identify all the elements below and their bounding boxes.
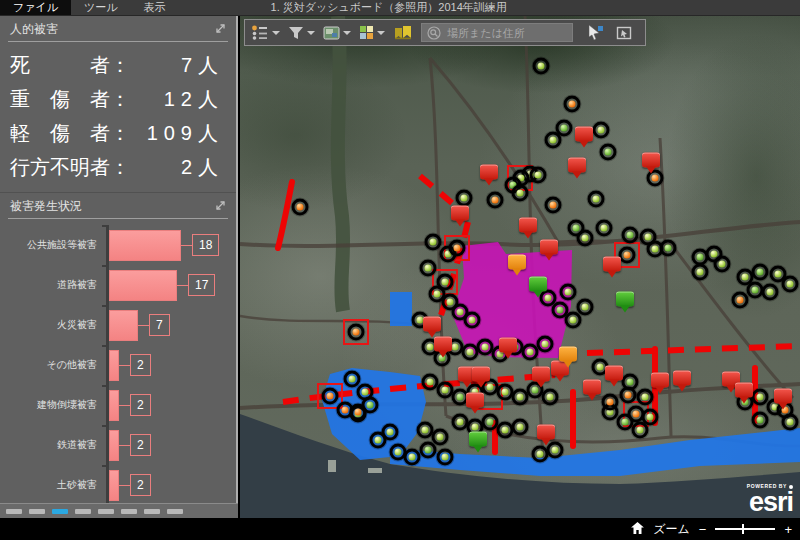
marker-incident-minor[interactable]: [512, 185, 529, 202]
marker-incident-resolved[interactable]: [556, 120, 573, 137]
marker-incident-minor[interactable]: [762, 284, 779, 301]
zoom-in-button[interactable]: +: [784, 523, 792, 536]
marker-incident-minor[interactable]: [512, 419, 529, 436]
marker-incident-severe[interactable]: [449, 240, 466, 257]
pagination-dash[interactable]: [6, 509, 22, 514]
marker-pin-red[interactable]: [537, 425, 555, 440]
marker-incident-minor[interactable]: [404, 449, 421, 466]
marker-pin-red[interactable]: [583, 380, 601, 395]
bar[interactable]: [109, 230, 181, 261]
marker-incident-minor[interactable]: [752, 389, 769, 406]
marker-incident-minor[interactable]: [437, 449, 454, 466]
marker-incident-resolved[interactable]: [622, 227, 639, 244]
marker-pin-red[interactable]: [575, 127, 593, 142]
marker-incident-minor[interactable]: [782, 276, 799, 293]
marker-incident-minor[interactable]: [577, 230, 594, 247]
marker-pin-orange[interactable]: [508, 255, 526, 270]
legend-tool[interactable]: [251, 25, 280, 41]
bar[interactable]: [109, 350, 119, 381]
marker-incident-warning[interactable]: [620, 387, 637, 404]
marker-pin-red[interactable]: [568, 158, 586, 173]
marker-incident-minor[interactable]: [593, 122, 610, 139]
pagination-dash[interactable]: [121, 509, 137, 514]
marker-pin-red[interactable]: [499, 338, 517, 353]
marker-incident-minor[interactable]: [637, 389, 654, 406]
marker-incident-resolved[interactable]: [600, 144, 617, 161]
marker-incident-minor[interactable]: [425, 234, 442, 251]
marker-incident-minor[interactable]: [420, 260, 437, 277]
bar[interactable]: [109, 390, 119, 421]
marker-incident-severe[interactable]: [348, 324, 365, 341]
marker-pin-orange[interactable]: [559, 347, 577, 362]
marker-pin-red[interactable]: [451, 206, 469, 221]
marker-incident-minor[interactable]: [692, 264, 709, 281]
marker-incident-severe[interactable]: [322, 388, 339, 405]
marker-pin-red[interactable]: [532, 367, 550, 382]
marker-incident-warning[interactable]: [564, 96, 581, 113]
bar[interactable]: [109, 310, 138, 341]
marker-incident-severe[interactable]: [350, 404, 367, 421]
marker-incident-severe[interactable]: [487, 192, 504, 209]
marker-incident-severe[interactable]: [628, 406, 645, 423]
menu-item-tools[interactable]: ツール: [71, 0, 131, 15]
pagination-dash[interactable]: [144, 509, 160, 514]
marker-incident-minor[interactable]: [344, 371, 361, 388]
zoom-slider[interactable]: [715, 528, 775, 530]
marker-incident-minor[interactable]: [714, 256, 731, 273]
menu-item-view[interactable]: 表示: [131, 0, 179, 15]
marker-incident-severe[interactable]: [602, 394, 619, 411]
pagination-dash[interactable]: [52, 509, 68, 514]
search-input[interactable]: [445, 26, 567, 40]
expand-icon[interactable]: [215, 23, 226, 37]
marker-incident-resolved[interactable]: [660, 240, 677, 257]
marker-incident-severe[interactable]: [545, 197, 562, 214]
bar[interactable]: [109, 270, 177, 301]
marker-incident-minor[interactable]: [533, 58, 550, 75]
marker-incident-minor[interactable]: [530, 167, 547, 184]
marker-pin-red[interactable]: [605, 366, 623, 381]
marker-incident-resolved[interactable]: [420, 442, 437, 459]
marker-incident-minor[interactable]: [464, 312, 481, 329]
zoom-slider-handle[interactable]: [742, 524, 744, 534]
marker-incident-minor[interactable]: [632, 422, 649, 439]
marker-pin-red[interactable]: [673, 371, 691, 386]
marker-incident-minor[interactable]: [370, 432, 387, 449]
marker-pin-red[interactable]: [540, 240, 558, 255]
marker-incident-minor[interactable]: [596, 220, 613, 237]
select-rectangle-tool[interactable]: [616, 26, 632, 40]
marker-pin-green[interactable]: [469, 432, 487, 447]
filter-tool[interactable]: [288, 26, 315, 40]
marker-pin-red[interactable]: [642, 153, 660, 168]
marker-incident-minor[interactable]: [456, 190, 473, 207]
marker-incident-resolved[interactable]: [752, 412, 769, 429]
zoom-out-button[interactable]: −: [699, 523, 707, 536]
marker-pin-green[interactable]: [529, 277, 547, 292]
layer-gallery-tool[interactable]: [359, 25, 385, 40]
marker-pin-red[interactable]: [603, 257, 621, 272]
marker-incident-severe[interactable]: [619, 247, 636, 264]
marker-incident-minor[interactable]: [588, 191, 605, 208]
marker-pin-red[interactable]: [774, 389, 792, 404]
map-canvas[interactable]: POWERED BY esri: [240, 16, 800, 518]
search-box[interactable]: [421, 23, 573, 42]
menu-item-file[interactable]: ファイル: [0, 0, 71, 15]
marker-pin-red[interactable]: [423, 317, 441, 332]
marker-incident-minor[interactable]: [542, 389, 559, 406]
bar[interactable]: [109, 470, 119, 501]
pagination-dash[interactable]: [98, 509, 114, 514]
marker-pin-green[interactable]: [616, 292, 634, 307]
basemap-tool[interactable]: [323, 26, 351, 40]
marker-incident-minor[interactable]: [432, 429, 449, 446]
marker-incident-resolved[interactable]: [752, 264, 769, 281]
marker-pin-red[interactable]: [472, 367, 490, 382]
marker-pin-red[interactable]: [651, 373, 669, 388]
marker-incident-minor[interactable]: [565, 312, 582, 329]
marker-pin-red[interactable]: [466, 393, 484, 408]
bar[interactable]: [109, 430, 119, 461]
expand-icon[interactable]: [215, 200, 226, 214]
marker-incident-severe[interactable]: [732, 292, 749, 309]
pagination-dash[interactable]: [29, 509, 45, 514]
marker-incident-minor[interactable]: [537, 336, 554, 353]
marker-pin-red[interactable]: [735, 383, 753, 398]
marker-incident-severe[interactable]: [292, 199, 309, 216]
